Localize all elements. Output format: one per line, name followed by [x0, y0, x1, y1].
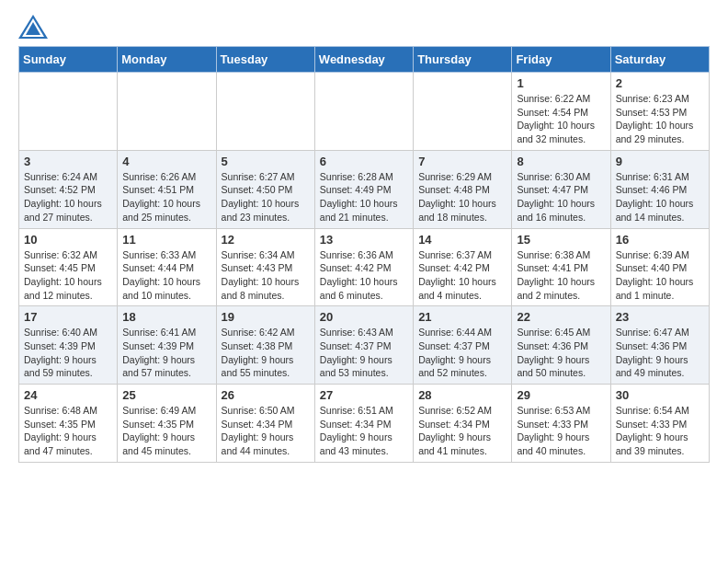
day-number: 17 — [24, 310, 112, 324]
day-detail: Sunrise: 6:24 AM Sunset: 4:52 PM Dayligh… — [24, 170, 112, 224]
day-number: 7 — [418, 155, 506, 168]
calendar-cell: 10Sunrise: 6:32 AM Sunset: 4:45 PM Dayli… — [19, 228, 118, 306]
day-detail: Sunrise: 6:32 AM Sunset: 4:45 PM Dayligh… — [24, 248, 112, 303]
day-number: 29 — [517, 388, 605, 402]
calendar-cell: 14Sunrise: 6:37 AM Sunset: 4:42 PM Dayli… — [414, 228, 512, 306]
day-number: 12 — [222, 233, 310, 247]
calendar-row: 17Sunrise: 6:40 AM Sunset: 4:39 PM Dayli… — [19, 306, 710, 385]
calendar-cell: 16Sunrise: 6:39 AM Sunset: 4:40 PM Dayli… — [610, 228, 709, 306]
calendar-cell: 29Sunrise: 6:53 AM Sunset: 4:33 PM Dayli… — [512, 385, 610, 463]
calendar-row: 10Sunrise: 6:32 AM Sunset: 4:45 PM Dayli… — [19, 228, 710, 306]
day-number: 11 — [122, 233, 210, 247]
day-number: 24 — [24, 388, 112, 402]
calendar-cell: 8Sunrise: 6:30 AM Sunset: 4:47 PM Daylig… — [512, 150, 610, 228]
day-number: 5 — [222, 155, 310, 168]
calendar-header-saturday: Saturday — [610, 47, 709, 73]
day-detail: Sunrise: 6:49 AM Sunset: 4:35 PM Dayligh… — [122, 404, 210, 458]
calendar-cell: 27Sunrise: 6:51 AM Sunset: 4:34 PM Dayli… — [314, 385, 413, 463]
calendar-cell: 21Sunrise: 6:44 AM Sunset: 4:37 PM Dayli… — [414, 306, 512, 385]
day-detail: Sunrise: 6:47 AM Sunset: 4:36 PM Dayligh… — [616, 326, 704, 380]
day-number: 3 — [24, 155, 112, 168]
calendar-cell: 12Sunrise: 6:34 AM Sunset: 4:43 PM Dayli… — [216, 228, 314, 306]
calendar-cell: 13Sunrise: 6:36 AM Sunset: 4:42 PM Dayli… — [314, 228, 413, 306]
day-detail: Sunrise: 6:22 AM Sunset: 4:54 PM Dayligh… — [517, 92, 605, 146]
calendar-cell — [118, 73, 216, 151]
day-number: 28 — [418, 388, 506, 402]
day-detail: Sunrise: 6:38 AM Sunset: 4:41 PM Dayligh… — [517, 248, 605, 303]
day-number: 13 — [320, 233, 408, 247]
day-number: 27 — [320, 388, 408, 402]
calendar-row: 24Sunrise: 6:48 AM Sunset: 4:35 PM Dayli… — [19, 385, 710, 463]
day-detail: Sunrise: 6:36 AM Sunset: 4:42 PM Dayligh… — [320, 248, 408, 303]
day-detail: Sunrise: 6:29 AM Sunset: 4:48 PM Dayligh… — [418, 170, 506, 224]
calendar-cell: 4Sunrise: 6:26 AM Sunset: 4:51 PM Daylig… — [118, 150, 216, 228]
calendar-cell: 1Sunrise: 6:22 AM Sunset: 4:54 PM Daylig… — [512, 73, 610, 151]
calendar-cell — [314, 73, 413, 151]
calendar-cell: 17Sunrise: 6:40 AM Sunset: 4:39 PM Dayli… — [19, 306, 118, 385]
day-detail: Sunrise: 6:40 AM Sunset: 4:39 PM Dayligh… — [24, 326, 112, 380]
day-number: 19 — [222, 310, 310, 324]
day-number: 8 — [517, 155, 605, 168]
day-number: 23 — [616, 310, 704, 324]
calendar-cell — [19, 73, 118, 151]
day-detail: Sunrise: 6:54 AM Sunset: 4:33 PM Dayligh… — [616, 404, 704, 458]
calendar-cell — [216, 73, 314, 151]
calendar-cell: 15Sunrise: 6:38 AM Sunset: 4:41 PM Dayli… — [512, 228, 610, 306]
day-detail: Sunrise: 6:41 AM Sunset: 4:39 PM Dayligh… — [122, 326, 210, 380]
day-detail: Sunrise: 6:42 AM Sunset: 4:38 PM Dayligh… — [222, 326, 310, 380]
day-number: 1 — [517, 76, 605, 90]
day-number: 22 — [517, 310, 605, 324]
day-number: 26 — [222, 388, 310, 402]
day-number: 30 — [616, 388, 704, 402]
calendar-cell: 2Sunrise: 6:23 AM Sunset: 4:53 PM Daylig… — [610, 73, 709, 151]
calendar-cell: 25Sunrise: 6:49 AM Sunset: 4:35 PM Dayli… — [118, 385, 216, 463]
calendar-cell — [414, 73, 512, 151]
calendar-header-tuesday: Tuesday — [216, 47, 314, 73]
day-detail: Sunrise: 6:48 AM Sunset: 4:35 PM Dayligh… — [24, 404, 112, 458]
logo-icon — [18, 15, 44, 35]
day-number: 9 — [616, 155, 704, 168]
calendar-cell: 22Sunrise: 6:45 AM Sunset: 4:36 PM Dayli… — [512, 306, 610, 385]
calendar-header-row: SundayMondayTuesdayWednesdayThursdayFrid… — [19, 47, 710, 73]
calendar-row: 1Sunrise: 6:22 AM Sunset: 4:54 PM Daylig… — [19, 73, 710, 151]
calendar-header-monday: Monday — [118, 47, 216, 73]
day-detail: Sunrise: 6:33 AM Sunset: 4:44 PM Dayligh… — [122, 248, 210, 303]
calendar-header-thursday: Thursday — [414, 47, 512, 73]
day-detail: Sunrise: 6:31 AM Sunset: 4:46 PM Dayligh… — [616, 170, 704, 224]
main-container: SundayMondayTuesdayWednesdayThursdayFrid… — [0, 0, 728, 477]
day-number: 21 — [418, 310, 506, 324]
day-number: 10 — [24, 233, 112, 247]
day-detail: Sunrise: 6:27 AM Sunset: 4:50 PM Dayligh… — [222, 170, 310, 224]
day-detail: Sunrise: 6:45 AM Sunset: 4:36 PM Dayligh… — [517, 326, 605, 380]
calendar-cell: 26Sunrise: 6:50 AM Sunset: 4:34 PM Dayli… — [216, 385, 314, 463]
calendar-header-wednesday: Wednesday — [314, 47, 413, 73]
calendar-cell: 30Sunrise: 6:54 AM Sunset: 4:33 PM Dayli… — [610, 385, 709, 463]
calendar-cell: 9Sunrise: 6:31 AM Sunset: 4:46 PM Daylig… — [610, 150, 709, 228]
calendar-cell: 24Sunrise: 6:48 AM Sunset: 4:35 PM Dayli… — [19, 385, 118, 463]
day-number: 6 — [320, 155, 408, 168]
day-detail: Sunrise: 6:37 AM Sunset: 4:42 PM Dayligh… — [418, 248, 506, 303]
day-number: 2 — [616, 76, 704, 90]
header-area — [18, 15, 710, 35]
calendar-header-sunday: Sunday — [19, 47, 118, 73]
calendar-cell: 6Sunrise: 6:28 AM Sunset: 4:49 PM Daylig… — [314, 150, 413, 228]
calendar-cell: 28Sunrise: 6:52 AM Sunset: 4:34 PM Dayli… — [414, 385, 512, 463]
day-number: 15 — [517, 233, 605, 247]
day-detail: Sunrise: 6:30 AM Sunset: 4:47 PM Dayligh… — [517, 170, 605, 224]
calendar-cell: 3Sunrise: 6:24 AM Sunset: 4:52 PM Daylig… — [19, 150, 118, 228]
day-number: 16 — [616, 233, 704, 247]
day-detail: Sunrise: 6:51 AM Sunset: 4:34 PM Dayligh… — [320, 404, 408, 458]
day-detail: Sunrise: 6:26 AM Sunset: 4:51 PM Dayligh… — [122, 170, 210, 224]
day-number: 4 — [122, 155, 210, 168]
day-detail: Sunrise: 6:53 AM Sunset: 4:33 PM Dayligh… — [517, 404, 605, 458]
calendar-cell: 23Sunrise: 6:47 AM Sunset: 4:36 PM Dayli… — [610, 306, 709, 385]
day-detail: Sunrise: 6:50 AM Sunset: 4:34 PM Dayligh… — [222, 404, 310, 458]
day-detail: Sunrise: 6:34 AM Sunset: 4:43 PM Dayligh… — [222, 248, 310, 303]
calendar-header-friday: Friday — [512, 47, 610, 73]
calendar-cell: 11Sunrise: 6:33 AM Sunset: 4:44 PM Dayli… — [118, 228, 216, 306]
calendar-row: 3Sunrise: 6:24 AM Sunset: 4:52 PM Daylig… — [19, 150, 710, 228]
logo — [18, 15, 48, 35]
day-number: 14 — [418, 233, 506, 247]
day-detail: Sunrise: 6:28 AM Sunset: 4:49 PM Dayligh… — [320, 170, 408, 224]
calendar-cell: 20Sunrise: 6:43 AM Sunset: 4:37 PM Dayli… — [314, 306, 413, 385]
